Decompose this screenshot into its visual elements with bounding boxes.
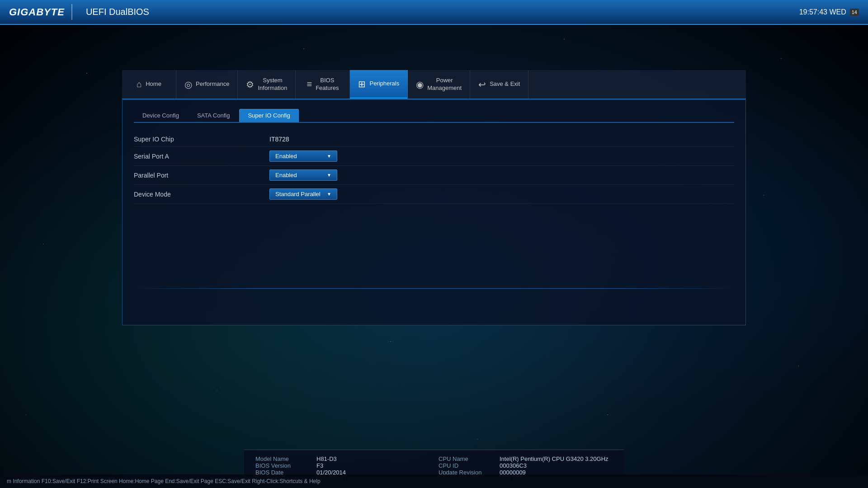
brand-logo: GIGABYTE: [9, 6, 65, 18]
home-icon: ⌂: [137, 79, 142, 89]
content-panel: Device Config SATA Config Super IO Confi…: [122, 99, 746, 325]
nav-item-performance[interactable]: ◎ Performance: [176, 70, 238, 99]
subtab-super-io-config[interactable]: Super IO Config: [239, 109, 298, 122]
subtab-device-config[interactable]: Device Config: [134, 109, 188, 122]
nav-label-bios-features: BIOSFeatures: [316, 77, 339, 92]
nav-item-system-information[interactable]: ⚙ SystemInformation: [238, 70, 296, 99]
label-cpu-id: CPU ID: [439, 462, 493, 469]
label-parallel-port: Parallel Port: [134, 172, 269, 179]
dropdown-serial-port-a[interactable]: Enabled ▼: [269, 150, 337, 162]
nav-label-peripherals: Peripherals: [369, 80, 399, 88]
nav-bar: ⌂ Home ◎ Performance ⚙ SystemInformation…: [122, 70, 746, 99]
label-cpu-name: CPU Name: [439, 455, 493, 462]
top-bar: GIGABYTE UEFI DualBIOS 19:57:43 WED 14: [0, 0, 868, 25]
dropdown-parallel-port-arrow: ▼: [327, 173, 331, 178]
logo-area: GIGABYTE UEFI DualBIOS: [0, 4, 158, 20]
settings-row-serial-port-a: Serial Port A Enabled ▼: [134, 147, 734, 166]
value-cpu-id: 000306C3: [500, 462, 527, 469]
system-info-icon: ⚙: [246, 79, 254, 90]
info-row-cpu-name: CPU Name Intel(R) Pentium(R) CPU G3420 3…: [439, 455, 613, 462]
clock-area: 19:57:43 WED 14: [799, 8, 868, 16]
product-title: UEFI DualBIOS: [86, 7, 149, 17]
dropdown-parallel-port-value: Enabled: [275, 172, 297, 178]
bios-features-icon: ≡: [307, 79, 312, 89]
settings-table: Super IO Chip IT8728 Serial Port A Enabl…: [134, 132, 734, 204]
power-icon: ◉: [416, 79, 424, 90]
nav-item-power-management[interactable]: ◉ PowerManagement: [408, 70, 470, 99]
right-panel: [746, 25, 868, 488]
logo-divider: [71, 4, 72, 20]
performance-icon: ◎: [184, 79, 192, 90]
dropdown-device-mode-arrow: ▼: [327, 192, 331, 197]
main-area: ⌂ Home ◎ Performance ⚙ SystemInformation…: [122, 25, 746, 488]
left-panel: [0, 25, 122, 488]
clock-time: 19:57:43 WED: [799, 8, 846, 16]
value-bios-version: F3: [316, 462, 323, 469]
settings-row-super-io-chip: Super IO Chip IT8728: [134, 132, 734, 147]
nav-label-power-management: PowerManagement: [427, 77, 462, 92]
time-badge: 14: [850, 9, 859, 16]
shortcut-bar: m Information F10:Save/Exit F12:Print Sc…: [0, 474, 868, 488]
nav-item-bios-features[interactable]: ≡ BIOSFeatures: [296, 70, 350, 99]
info-row-model: Model Name H81-D3: [255, 455, 429, 462]
subtab-sata-config[interactable]: SATA Config: [189, 109, 239, 122]
sub-tabs: Device Config SATA Config Super IO Confi…: [134, 109, 734, 123]
value-super-io-chip: IT8728: [269, 136, 289, 143]
dropdown-device-mode[interactable]: Standard Parallel ▼: [269, 188, 337, 200]
dropdown-device-mode-value: Standard Parallel: [275, 191, 321, 197]
nav-label-system-information: SystemInformation: [258, 77, 287, 92]
dropdown-parallel-port[interactable]: Enabled ▼: [269, 169, 337, 181]
value-model-name: H81-D3: [316, 455, 337, 462]
settings-row-device-mode: Device Mode Standard Parallel ▼: [134, 185, 734, 204]
label-serial-port-a: Serial Port A: [134, 153, 269, 160]
nav-label-home: Home: [146, 80, 161, 88]
peripherals-icon: ⊞: [358, 79, 366, 89]
label-super-io-chip: Super IO Chip: [134, 136, 269, 143]
settings-row-parallel-port: Parallel Port Enabled ▼: [134, 166, 734, 185]
dropdown-serial-port-a-value: Enabled: [275, 153, 297, 160]
dropdown-serial-port-a-arrow: ▼: [327, 154, 331, 159]
content-divider: [134, 288, 734, 289]
info-row-bios-version: BIOS Version F3: [255, 462, 429, 469]
info-row-cpu-id: CPU ID 000306C3: [439, 462, 613, 469]
nav-label-save-exit: Save & Exit: [490, 80, 520, 88]
label-bios-version: BIOS Version: [255, 462, 310, 469]
shortcut-text: m Information F10:Save/Exit F12:Print Sc…: [7, 478, 321, 484]
label-model-name: Model Name: [255, 455, 310, 462]
nav-item-home[interactable]: ⌂ Home: [122, 70, 176, 99]
nav-item-peripherals[interactable]: ⊞ Peripherals: [350, 70, 408, 99]
label-device-mode: Device Mode: [134, 191, 269, 198]
nav-item-save-exit[interactable]: ↩ Save & Exit: [470, 70, 528, 99]
value-cpu-name: Intel(R) Pentium(R) CPU G3420 3.20GHz: [500, 455, 609, 462]
nav-label-performance: Performance: [196, 80, 229, 88]
save-exit-icon: ↩: [478, 79, 486, 90]
